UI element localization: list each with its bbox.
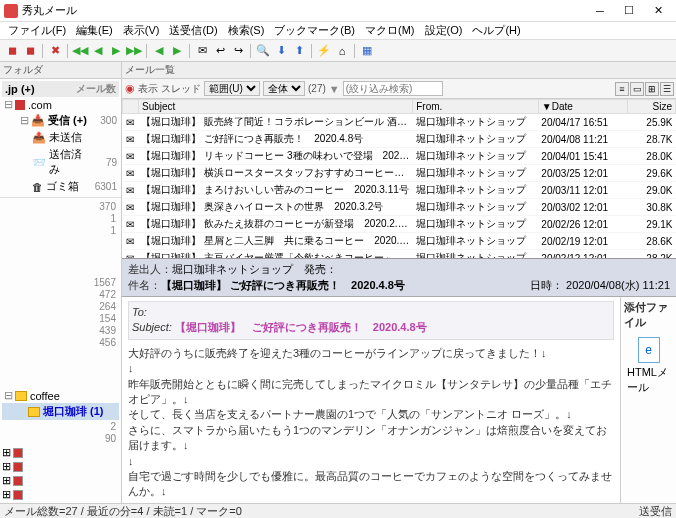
menu-help[interactable]: ヘルプ(H): [468, 22, 524, 39]
tb-nav-last[interactable]: ▶▶: [126, 43, 142, 59]
statusbar: メール総数=27 / 最近の分=4 / 未読=1 / マーク=0 送受信: [0, 503, 676, 518]
message-list[interactable]: Subject From. ▼Date Size ✉【堀口珈琲】 販売終了間近！…: [122, 99, 676, 259]
table-row[interactable]: ✉【堀口珈琲】 星屑と二人三脚 共に乗るコーヒー 2020.2.19号堀口珈琲ネ…: [123, 233, 676, 250]
menu-file[interactable]: ファイル(F): [4, 22, 70, 39]
col-from[interactable]: From.: [413, 100, 539, 114]
app-title: 秀丸メール: [22, 3, 586, 18]
tb-icon-2[interactable]: ◼: [22, 43, 38, 59]
tb-grid[interactable]: ▦: [359, 43, 375, 59]
mailbox-icon: [15, 100, 25, 110]
range-select[interactable]: 範囲(U): [204, 81, 260, 96]
tb-next-unread[interactable]: ▶: [169, 43, 185, 59]
folder-icon: [15, 391, 27, 401]
folder-unsent[interactable]: 未送信: [49, 130, 82, 145]
folder-coffee[interactable]: coffee: [30, 390, 118, 402]
folder-trash[interactable]: ゴミ箱: [46, 179, 79, 194]
folder-inbox[interactable]: 受信 (+): [48, 113, 87, 128]
menu-sendrecv[interactable]: 送受信(D): [165, 22, 221, 39]
preview-pane[interactable]: To: Subject: 【堀口珈琲】 ご好評につき再販売！ 2020.4.8号…: [122, 297, 620, 503]
account-name[interactable]: .com: [28, 99, 52, 111]
folder-list[interactable]: 370 1 1 1567 472 264 154 439 456 ⊟coffee…: [0, 198, 121, 444]
listpane-label: メール一覧: [122, 62, 676, 79]
menubar: ファイル(F) 編集(E) 表示(V) 送受信(D) 検索(S) ブックマーク(…: [0, 22, 676, 40]
table-row[interactable]: ✉【堀口珈琲】 販売終了間近！コラボレーションビール 酒爽 2020.4.17号…: [123, 114, 676, 131]
table-row[interactable]: ✉【堀口珈琲】 まろけおいしい苦みのコーヒー 2020.3.11号堀口珈琲ネット…: [123, 182, 676, 199]
sidebar: フォルダ .jp (+) メール数 ⊟.com ⊟📥 受信 (+)300 📤 未…: [0, 62, 122, 503]
thread-label[interactable]: スレッド: [161, 82, 201, 96]
menu-view[interactable]: 表示(V): [119, 22, 164, 39]
account-header[interactable]: .jp (+): [5, 83, 35, 95]
menu-edit[interactable]: 編集(E): [72, 22, 117, 39]
count-label: (27): [308, 83, 326, 94]
table-row[interactable]: ✉【堀口珈琲】 リキッドコーヒー 3種の味わいで登場 2020.4.1号堀口珈琲…: [123, 148, 676, 165]
tb-lightning[interactable]: ⚡: [316, 43, 332, 59]
sidebar-label: フォルダ: [0, 62, 121, 79]
folder-icon: [28, 407, 40, 417]
view-btn-1[interactable]: ≡: [615, 82, 629, 96]
col-date[interactable]: ▼Date: [538, 100, 627, 114]
table-row[interactable]: ✉【堀口珈琲】 奥深きハイローストの世界 2020.3.2号堀口珈琲ネットショッ…: [123, 199, 676, 216]
filter-icon[interactable]: ◉: [125, 82, 135, 95]
attach-label: 添付ファイル: [624, 300, 673, 330]
tb-down[interactable]: ⬇: [273, 43, 289, 59]
menu-settings[interactable]: 設定(O): [421, 22, 467, 39]
preview-header: 差出人：堀口珈琲ネットショップ 発売： 件名：【堀口珈琲】 ご好評につき再販売！…: [122, 259, 676, 297]
col-size[interactable]: Size: [627, 100, 675, 114]
preview-datetime: 2020/04/08(水) 11:21: [566, 279, 670, 291]
tb-forward[interactable]: ↪: [230, 43, 246, 59]
table-row[interactable]: ✉【堀口珈琲】 主豆バイヤー厳選「今飲むべきコーヒー」2020.2.12号堀口珈…: [123, 250, 676, 260]
col-subject[interactable]: Subject: [138, 100, 412, 114]
html-mail-icon: e: [638, 337, 660, 363]
menu-bookmark[interactable]: ブックマーク(B): [270, 22, 359, 39]
status-right[interactable]: 送受信: [639, 504, 672, 519]
maximize-button[interactable]: ☐: [615, 2, 643, 20]
folder-selected[interactable]: 堀口珈琲 (1): [43, 404, 118, 419]
tb-prev-unread[interactable]: ◀: [151, 43, 167, 59]
toolbar: ◼ ◼ ✖ ◀◀ ◀ ▶ ▶▶ ◀ ▶ ✉ ↩ ↪ 🔍 ⬇ ⬆ ⚡ ⌂ ▦: [0, 40, 676, 62]
tb-icon-1[interactable]: ◼: [4, 43, 20, 59]
view-label: 表示: [138, 82, 158, 96]
tb-nav-next[interactable]: ▶: [108, 43, 124, 59]
tb-search[interactable]: 🔍: [255, 43, 271, 59]
tb-nav-prev[interactable]: ◀: [90, 43, 106, 59]
tb-up[interactable]: ⬆: [291, 43, 307, 59]
tb-nav-first[interactable]: ◀◀: [72, 43, 88, 59]
attachment-pane: 添付ファイル e HTMLメール: [620, 297, 676, 503]
folder-sent[interactable]: 送信済み: [49, 147, 93, 177]
tb-home[interactable]: ⌂: [334, 43, 350, 59]
titlebar: 秀丸メール ─ ☐ ✕: [0, 0, 676, 22]
view-btn-2[interactable]: ▭: [630, 82, 644, 96]
menu-macro[interactable]: マクロ(M): [361, 22, 419, 39]
view-btn-3[interactable]: ⊞: [645, 82, 659, 96]
attachment-item[interactable]: e HTMLメール: [624, 334, 673, 398]
status-squares: ⊞ ⊞ ⊞ ⊞: [0, 444, 121, 503]
table-row[interactable]: ✉【堀口珈琲】 飲みたえ抜群のコーヒーが新登場 2020.2.26号堀口珈琲ネッ…: [123, 216, 676, 233]
app-icon: [4, 4, 18, 18]
filterbar: ◉ 表示 スレッド 範囲(U) 全体 (27) ▼ ≡ ▭ ⊞ ☰: [122, 79, 676, 99]
range-opt-select[interactable]: 全体: [263, 81, 305, 96]
preview-subject: 【堀口珈琲】 ご好評につき再販売！ 2020.4.8号: [161, 278, 405, 293]
table-row[interactable]: ✉【堀口珈琲】 ご好評につき再販売！ 2020.4.8号堀口珈琲ネットショップ2…: [123, 131, 676, 148]
status-left: メール総数=27 / 最近の分=4 / 未読=1 / マーク=0: [4, 504, 242, 519]
search-input[interactable]: [343, 81, 443, 96]
view-btn-4[interactable]: ☰: [660, 82, 674, 96]
minimize-button[interactable]: ─: [586, 2, 614, 20]
tb-reply[interactable]: ↩: [212, 43, 228, 59]
count-header: メール数: [76, 82, 116, 96]
tb-compose[interactable]: ✉: [194, 43, 210, 59]
close-button[interactable]: ✕: [644, 2, 672, 20]
table-row[interactable]: ✉【堀口珈琲】 横浜ロースタースタッフおすすめコーヒー 2020.3.25号堀口…: [123, 165, 676, 182]
preview-sender: 堀口珈琲ネットショップ 発売：: [172, 262, 337, 277]
tb-icon-3[interactable]: ✖: [47, 43, 63, 59]
menu-search[interactable]: 検索(S): [224, 22, 269, 39]
